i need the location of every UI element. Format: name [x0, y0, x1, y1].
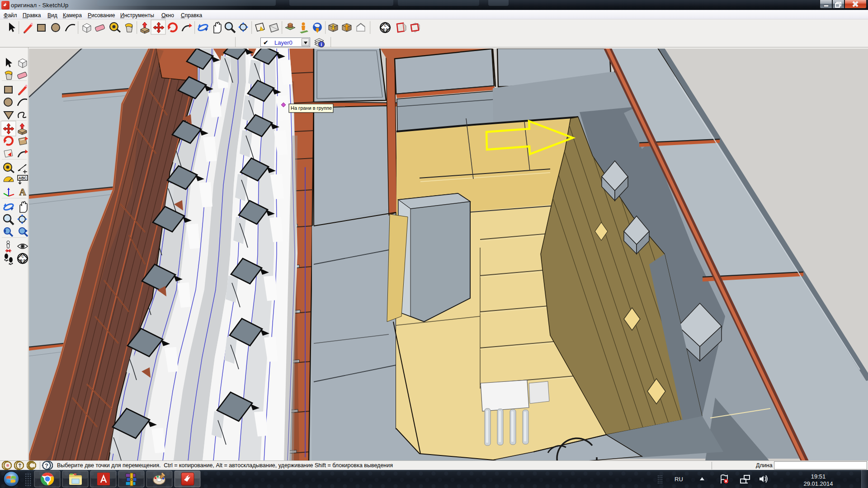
svg-text:29.01.2014: 29.01.2014 — [803, 480, 833, 487]
svg-text:ABC: ABC — [19, 176, 27, 180]
svg-text:i: i — [321, 42, 322, 47]
svg-text:R-5: R-5 — [382, 28, 387, 31]
svg-text:C: C — [21, 255, 24, 258]
svg-text:A: A — [19, 187, 26, 197]
svg-text:На грани в группе: На грани в группе — [291, 105, 332, 111]
svg-text:?: ? — [45, 462, 48, 469]
svg-text:19:51: 19:51 — [811, 473, 826, 480]
svg-text:C: C — [384, 24, 386, 27]
svg-text:RU: RU — [675, 476, 683, 483]
svg-text:R-5: R-5 — [20, 259, 25, 262]
